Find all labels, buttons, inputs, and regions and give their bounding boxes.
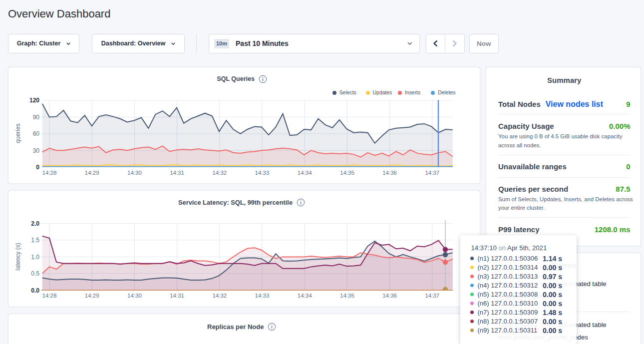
svg-text:14:34: 14:34 (298, 169, 312, 175)
svg-text:0.0: 0.0 (31, 287, 39, 294)
svg-text:14:34: 14:34 (298, 293, 312, 299)
svg-text:0: 0 (36, 164, 39, 171)
svg-text:14:31: 14:31 (170, 169, 184, 175)
svg-text:14:36: 14:36 (382, 293, 397, 299)
svg-text:14:32: 14:32 (212, 169, 227, 175)
svg-text:14:28: 14:28 (42, 169, 57, 175)
svg-text:90: 90 (33, 113, 40, 120)
svg-text:14:33: 14:33 (255, 169, 270, 175)
svg-text:14:33: 14:33 (255, 293, 270, 299)
svg-text:14:31: 14:31 (170, 293, 184, 299)
svg-text:14:37: 14:37 (425, 293, 439, 299)
svg-text:latency (s): latency (s) (14, 243, 21, 270)
svg-text:0.5: 0.5 (31, 270, 39, 277)
svg-text:14:37: 14:37 (425, 169, 439, 175)
svg-text:14:30: 14:30 (127, 169, 142, 175)
svg-text:14:36: 14:36 (382, 169, 397, 175)
svg-text:60: 60 (33, 130, 40, 137)
svg-text:1.0: 1.0 (31, 254, 39, 261)
svg-text:14:29: 14:29 (85, 293, 99, 299)
svg-text:2.0: 2.0 (31, 220, 39, 227)
svg-text:1.5: 1.5 (31, 237, 39, 244)
svg-text:30: 30 (33, 147, 40, 154)
svg-text:14:35: 14:35 (340, 169, 354, 175)
svg-text:14:29: 14:29 (85, 169, 99, 175)
svg-text:14:28: 14:28 (42, 293, 57, 299)
svg-text:queries: queries (14, 123, 21, 143)
svg-text:14:30: 14:30 (127, 293, 142, 299)
svg-text:14:32: 14:32 (212, 293, 227, 299)
svg-text:14:35: 14:35 (340, 293, 354, 299)
svg-text:120: 120 (29, 97, 39, 104)
